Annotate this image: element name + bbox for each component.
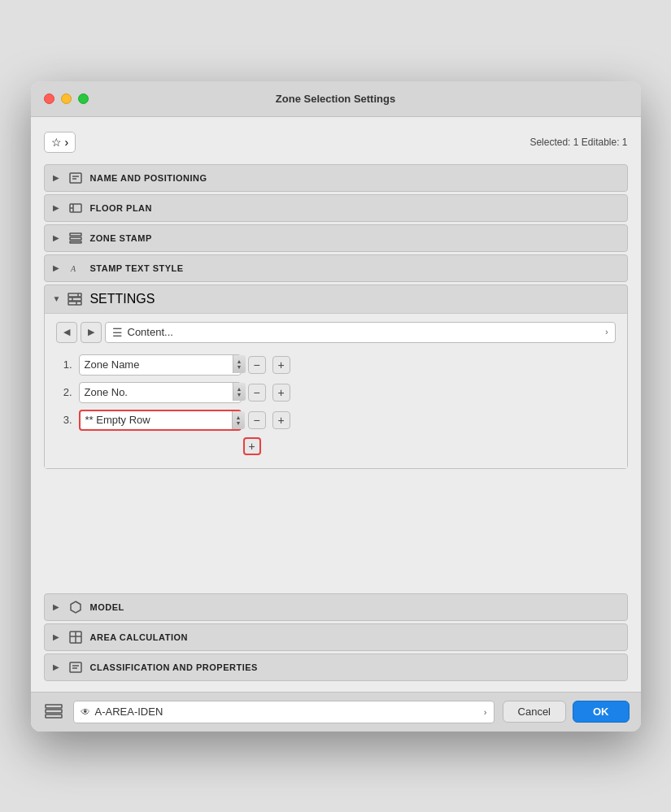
svg-rect-12 — [68, 302, 81, 305]
section-label: ZONE STAMP — [90, 233, 152, 243]
row-2-select[interactable]: Zone No. ▲▼ — [79, 382, 242, 403]
minimize-button[interactable] — [61, 93, 72, 104]
title-bar: Zone Selection Settings — [31, 81, 641, 117]
eye-icon: 👁 — [81, 706, 90, 718]
row-2-plus-button[interactable]: + — [272, 384, 290, 402]
svg-rect-0 — [70, 173, 81, 183]
svg-rect-8 — [70, 241, 81, 243]
svg-rect-6 — [70, 233, 81, 236]
chevron-right-icon: ▶ — [53, 662, 61, 671]
model-icon — [68, 599, 84, 615]
section-label: STAMP TEXT STYLE — [90, 263, 184, 273]
ok-button[interactable]: OK — [573, 701, 630, 723]
add-row-button[interactable]: + — [243, 437, 261, 455]
svg-rect-7 — [70, 237, 81, 240]
list-icon: ☰ — [112, 326, 123, 339]
row-1-select[interactable]: Zone Name ▲▼ — [79, 354, 242, 376]
add-row-container: + — [243, 437, 616, 455]
section-settings: ▼ SETTINGS ◀ — [44, 284, 628, 469]
chevron-right-icon: ▶ — [53, 263, 61, 272]
toolbar-chevron: › — [65, 136, 69, 149]
chevron-right-icon: ▶ — [53, 632, 61, 641]
row-3-select[interactable]: ** Empty Row ▲▼ — [79, 410, 242, 431]
layer-dropdown-chevron: › — [484, 707, 487, 717]
footer-buttons: Cancel OK — [503, 701, 630, 723]
row-2-minus-button[interactable]: − — [248, 384, 266, 402]
chevron-right-icon: ▶ — [53, 602, 61, 611]
toolbar-row: ☆ › Selected: 1 Editable: 1 — [44, 125, 628, 159]
star-button[interactable]: ☆ › — [44, 132, 76, 153]
svg-rect-23 — [46, 710, 62, 713]
section-name-and-positioning[interactable]: ▶ NAME AND POSITIONING — [44, 164, 628, 192]
settings-icon — [67, 291, 83, 307]
settings-label: SETTINGS — [89, 292, 155, 306]
zone-stamp-icon — [68, 230, 84, 246]
bottom-sections: ▶ MODEL ▶ AREA CALCULATION — [44, 593, 628, 681]
section-model[interactable]: ▶ MODEL — [44, 593, 628, 621]
row-2-value: Zone No. — [85, 386, 236, 398]
chevron-down-icon: ▼ — [53, 294, 61, 303]
svg-rect-11 — [68, 297, 81, 301]
prev-button[interactable]: ◀ — [56, 322, 77, 343]
area-calc-icon — [68, 629, 84, 645]
main-content: ☆ › Selected: 1 Editable: 1 ▶ NAME AND P… — [31, 117, 641, 692]
chevron-right-icon: ▶ — [53, 173, 61, 182]
section-area-calculation[interactable]: ▶ AREA CALCULATION — [44, 623, 628, 651]
section-label: FLOOR PLAN — [90, 203, 153, 213]
row-3-minus-button[interactable]: − — [248, 411, 266, 429]
window-title: Zone Selection Settings — [276, 93, 395, 105]
row-number-2: 2. — [56, 386, 72, 398]
svg-rect-19 — [70, 662, 81, 672]
section-classification[interactable]: ▶ CLASSIFICATION AND PROPERTIES — [44, 654, 628, 681]
layer-dropdown[interactable]: 👁 A-AREA-IDEN › — [73, 701, 495, 723]
chevron-right-icon: ▶ — [53, 233, 61, 242]
row-3-value: ** Empty Row — [85, 414, 235, 426]
content-dropdown-label: Content... — [128, 326, 606, 338]
row-number-1: 1. — [56, 358, 72, 371]
row-item-2: 2. Zone No. ▲▼ − + — [56, 382, 616, 403]
section-label: CLASSIFICATION AND PROPERTIES — [90, 662, 258, 672]
next-button[interactable]: ▶ — [81, 322, 102, 343]
section-stamp-text-style[interactable]: ▶ A STAMP TEXT STYLE — [44, 254, 628, 282]
row-item-1: 1. Zone Name ▲▼ − + — [56, 354, 616, 376]
name-positioning-icon — [68, 170, 84, 186]
section-label: AREA CALCULATION — [90, 632, 188, 642]
row-1-plus-button[interactable]: + — [272, 356, 290, 374]
section-label: MODEL — [90, 602, 124, 612]
close-button[interactable] — [44, 93, 54, 104]
svg-rect-22 — [46, 705, 62, 708]
stamp-text-icon: A — [68, 260, 84, 276]
spacer — [44, 471, 628, 585]
next-icon: ▶ — [88, 327, 94, 337]
row-item-3: 3. ** Empty Row ▲▼ − + — [56, 410, 616, 431]
star-icon: ☆ — [51, 136, 62, 149]
footer: 👁 A-AREA-IDEN › Cancel OK — [31, 692, 641, 732]
chevron-right-icon: ▶ — [53, 203, 61, 212]
section-floor-plan[interactable]: ▶ FLOOR PLAN — [44, 194, 628, 222]
floor-plan-icon — [68, 200, 84, 216]
row-3-plus-button[interactable]: + — [272, 411, 290, 429]
section-label: NAME AND POSITIONING — [90, 173, 207, 183]
svg-rect-10 — [68, 293, 81, 297]
row-number-3: 3. — [56, 414, 72, 426]
main-window: Zone Selection Settings ☆ › Selected: 1 … — [31, 81, 641, 732]
maximize-button[interactable] — [78, 93, 89, 104]
traffic-lights — [44, 93, 89, 104]
content-dropdown[interactable]: ☰ Content... › — [105, 322, 616, 343]
layer-value: A-AREA-IDEN — [95, 706, 484, 718]
footer-stack-icon — [42, 701, 65, 723]
svg-rect-24 — [46, 714, 62, 718]
classification-icon — [68, 659, 84, 675]
row-1-minus-button[interactable]: − — [248, 356, 266, 374]
row-2-select-arrow: ▲▼ — [233, 383, 246, 401]
settings-content: ◀ ▶ ☰ Content... › 1. Zone Name — [45, 313, 627, 468]
prev-icon: ◀ — [63, 327, 70, 337]
cancel-button[interactable]: Cancel — [503, 701, 566, 723]
settings-header[interactable]: ▼ SETTINGS — [45, 285, 627, 313]
svg-text:A: A — [70, 264, 76, 273]
selected-info: Selected: 1 Editable: 1 — [529, 137, 627, 148]
row-3-select-arrow: ▲▼ — [232, 411, 245, 429]
section-zone-stamp[interactable]: ▶ ZONE STAMP — [44, 224, 628, 252]
content-nav: ◀ ▶ ☰ Content... › — [56, 322, 616, 343]
dropdown-chevron-icon: › — [605, 328, 608, 337]
